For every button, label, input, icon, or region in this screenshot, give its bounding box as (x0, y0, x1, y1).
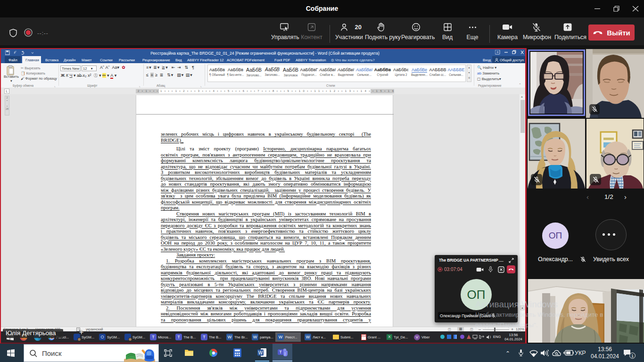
svg-text:j: j (284, 352, 286, 355)
svg-text:T: T (279, 350, 282, 354)
svg-text:W: W (258, 350, 263, 355)
